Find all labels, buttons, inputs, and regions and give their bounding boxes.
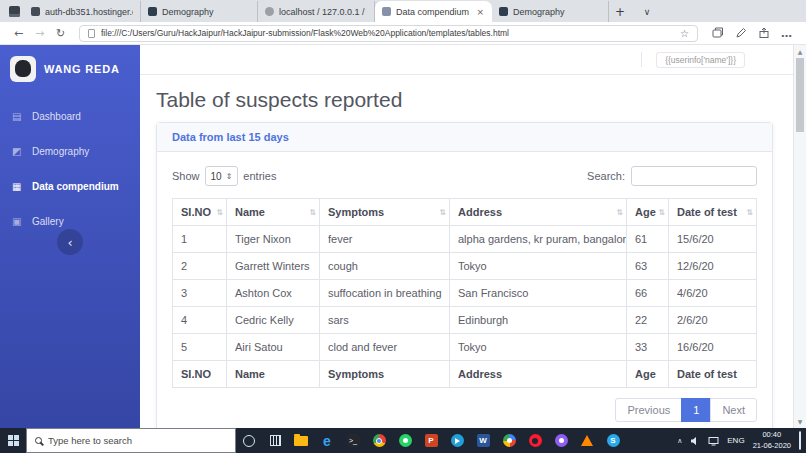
tab-data-compendium[interactable]: Data compendium × bbox=[375, 1, 492, 22]
settings-menu-icon[interactable]: … bbox=[777, 27, 796, 40]
scroll-up-arrow[interactable]: ▲ bbox=[794, 45, 806, 58]
web-capture-icon[interactable] bbox=[731, 27, 750, 39]
sort-icon: ⇅ bbox=[616, 208, 623, 217]
page-icon bbox=[88, 29, 95, 38]
taskbar-app-edge[interactable] bbox=[314, 428, 340, 453]
action-center-button[interactable] bbox=[799, 432, 801, 450]
column-header-sino[interactable]: SI.NO⇅ bbox=[173, 199, 227, 226]
scroll-down-arrow[interactable]: ▼ bbox=[794, 415, 806, 428]
taskbar-app-skype[interactable] bbox=[600, 428, 626, 453]
cell-name: Airi Satou bbox=[227, 334, 320, 361]
tab-demography-1[interactable]: Demography bbox=[141, 1, 258, 22]
table-header-row: SI.NO⇅ Name⇅ Symptoms⇅ Address⇅ Age⇅ Dat… bbox=[173, 199, 757, 226]
tab-localhost[interactable]: localhost / 127.0.0.1 / proj bbox=[258, 1, 375, 22]
search-icon bbox=[35, 437, 42, 444]
tab-demography-2[interactable]: Demography bbox=[492, 1, 609, 22]
taskbar-app-chrome[interactable] bbox=[366, 428, 392, 453]
column-label: Symptoms bbox=[328, 206, 384, 218]
brand-logo bbox=[10, 56, 36, 82]
cell-age: 66 bbox=[627, 280, 669, 307]
column-header-address[interactable]: Address⇅ bbox=[450, 199, 627, 226]
table-row: 2 Garrett Winters cough Tokyo 63 12/6/20 bbox=[173, 253, 757, 280]
cell-sino: 4 bbox=[173, 307, 227, 334]
topbar-divider bbox=[641, 52, 642, 67]
url-field[interactable]: file:///C:/Users/Guru/HackJaipur/HackJai… bbox=[79, 25, 698, 42]
sidebar-item-data-compendium[interactable]: ▦ Data compendium bbox=[0, 169, 140, 204]
cell-address: San Francisco bbox=[450, 280, 627, 307]
share-icon[interactable] bbox=[754, 27, 773, 39]
scrollbar-thumb[interactable] bbox=[796, 58, 804, 132]
pagination-next-button[interactable]: Next bbox=[710, 398, 757, 422]
collections-icon[interactable] bbox=[708, 27, 727, 39]
taskbar-app-file-explorer[interactable] bbox=[288, 428, 314, 453]
sidebar-item-dashboard[interactable]: ▤ Dashboard bbox=[0, 99, 140, 134]
cortana-button[interactable] bbox=[236, 428, 262, 453]
tab-actions-menu-button[interactable] bbox=[4, 0, 24, 22]
pagination: Previous 1 Next bbox=[172, 398, 757, 422]
telegram-icon bbox=[451, 434, 464, 447]
taskbar-search[interactable] bbox=[26, 428, 236, 453]
column-header-date[interactable]: Date of test⇅ bbox=[669, 199, 757, 226]
tab-close-icon[interactable]: × bbox=[475, 7, 485, 17]
column-header-name[interactable]: Name⇅ bbox=[227, 199, 320, 226]
vlc-icon bbox=[581, 435, 593, 446]
taskbar-app-google[interactable] bbox=[496, 428, 522, 453]
favorite-star-icon[interactable]: ☆ bbox=[680, 28, 689, 39]
browser-scrollbar[interactable]: ▲ ▼ bbox=[793, 45, 806, 428]
windows-logo-icon bbox=[8, 435, 19, 446]
taskbar-app-telegram[interactable] bbox=[444, 428, 470, 453]
column-header-age[interactable]: Age⇅ bbox=[627, 199, 669, 226]
taskbar-app-terminal[interactable] bbox=[340, 428, 366, 453]
refresh-button[interactable]: ↻ bbox=[52, 27, 69, 40]
taskbar-app-viber[interactable] bbox=[548, 428, 574, 453]
taskbar-app-powerpoint[interactable] bbox=[418, 428, 444, 453]
hidden-icons-chevron[interactable]: ∧ bbox=[677, 437, 682, 445]
cell-symptoms: sars bbox=[320, 307, 450, 334]
language-indicator[interactable]: ENG bbox=[727, 436, 744, 445]
taskbar-clock[interactable]: 00:40 21-06-2020 bbox=[753, 430, 791, 450]
pagination-page-1-button[interactable]: 1 bbox=[681, 398, 711, 422]
taskbar-app-opera[interactable] bbox=[522, 428, 548, 453]
taskbar-app-vlc[interactable] bbox=[574, 428, 600, 453]
back-button[interactable]: ← bbox=[10, 27, 27, 40]
brand[interactable]: WANG REDA bbox=[0, 45, 140, 91]
forward-button[interactable]: → bbox=[31, 27, 48, 40]
taskbar-app-word[interactable] bbox=[470, 428, 496, 453]
image-icon: ▣ bbox=[12, 216, 24, 227]
topbar: {{userinfo['name']}} bbox=[140, 45, 793, 75]
network-icon[interactable] bbox=[708, 432, 719, 450]
notification-icon bbox=[799, 431, 801, 450]
sidebar-item-demography[interactable]: ◩ Demography bbox=[0, 134, 140, 169]
entries-select-value: 10 bbox=[211, 171, 222, 182]
tab-list-chevron-icon[interactable]: ∨ bbox=[637, 1, 657, 22]
table-search-input[interactable] bbox=[631, 166, 757, 186]
pagination-previous-button[interactable]: Previous bbox=[615, 398, 682, 422]
main-content: {{userinfo['name']}} Table of suspects r… bbox=[140, 45, 793, 428]
sort-icon: ⇅ bbox=[746, 208, 753, 217]
footer-symptoms: Symptoms bbox=[320, 361, 450, 388]
sidebar-toggle-button[interactable]: ‹ bbox=[57, 229, 83, 255]
start-button[interactable] bbox=[0, 428, 26, 453]
entries-select[interactable]: 10 ⇕ bbox=[205, 166, 239, 186]
page-length-control: Show 10 ⇕ entries bbox=[172, 166, 276, 186]
tab-auth-hostinger[interactable]: auth-db351.hostinger.com bbox=[24, 1, 141, 22]
tab-title: localhost / 127.0.0.1 / proj bbox=[279, 7, 367, 17]
tab-title: Demography bbox=[513, 7, 601, 17]
browser-viewport: WANG REDA ▤ Dashboard ◩ Demography ▦ Dat… bbox=[0, 45, 806, 428]
sort-icon: ⇅ bbox=[216, 208, 223, 217]
column-header-symptoms[interactable]: Symptoms⇅ bbox=[320, 199, 450, 226]
sidebar-item-label: Data compendium bbox=[32, 181, 119, 192]
cell-date: 2/6/20 bbox=[669, 307, 757, 334]
column-label: Name bbox=[235, 206, 265, 218]
taskbar-app-whatsapp[interactable] bbox=[392, 428, 418, 453]
taskbar: ∧ ENG 00:40 21-06-2020 bbox=[0, 428, 806, 453]
new-tab-button[interactable]: + bbox=[609, 1, 631, 22]
footer-date: Date of test bbox=[669, 361, 757, 388]
sort-icon: ⇅ bbox=[658, 208, 665, 217]
taskbar-search-input[interactable] bbox=[48, 435, 227, 446]
volume-icon[interactable] bbox=[690, 432, 700, 450]
edge-icon bbox=[323, 432, 331, 450]
task-view-button[interactable] bbox=[262, 428, 288, 453]
cell-date: 15/6/20 bbox=[669, 226, 757, 253]
cell-address: Edinburgh bbox=[450, 307, 627, 334]
